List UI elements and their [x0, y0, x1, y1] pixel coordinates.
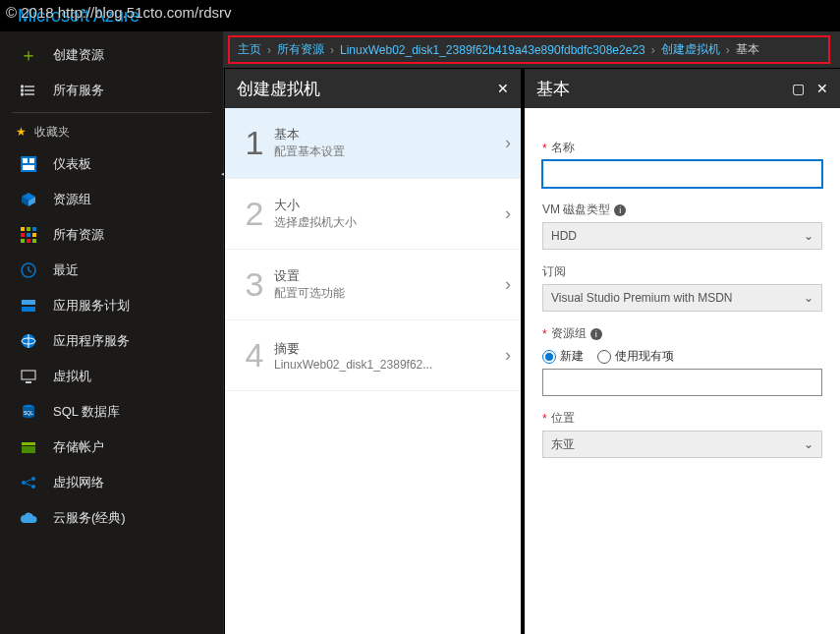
select-value: HDD	[551, 229, 577, 243]
sidebar-item-vnet[interactable]: 虚拟网络	[0, 465, 223, 500]
svg-text:SQL: SQL	[24, 410, 33, 416]
list-icon	[20, 82, 37, 99]
chevron-down-icon: ⌄	[804, 291, 813, 305]
step-subtitle: 配置基本设置	[274, 144, 505, 160]
sidebar-label: 云服务(经典)	[53, 509, 126, 527]
breadcrumb-link[interactable]: 主页	[238, 41, 261, 58]
svg-rect-19	[21, 239, 25, 243]
breadcrumb-current: 基本	[736, 41, 759, 58]
breadcrumb-link[interactable]: 所有资源	[277, 41, 324, 58]
sidebar-label: 所有资源	[53, 226, 104, 244]
svg-rect-31	[26, 381, 31, 383]
plus-icon: ＋	[20, 46, 37, 64]
resource-group-input[interactable]	[542, 369, 822, 396]
sidebar-item-cloud-classic[interactable]: 云服务(经典)	[0, 500, 223, 536]
sidebar-item-sql[interactable]: SQL SQL 数据库	[0, 394, 223, 430]
blade-basics: 基本 ▢ ✕ *名称 VM 磁盘类型i HDD ⌄ 订阅	[524, 69, 840, 634]
breadcrumb-link[interactable]: LinuxWeb02_disk1_2389f62b419a43e890fdbdf…	[340, 43, 645, 57]
step-title: 基本	[274, 126, 505, 144]
server-icon	[20, 297, 37, 315]
location-label: *位置	[542, 410, 822, 427]
favorites-label: 收藏夹	[34, 124, 70, 141]
step-number: 3	[235, 265, 274, 304]
close-icon[interactable]: ✕	[816, 81, 828, 96]
subscription-select[interactable]: Visual Studio Premium with MSDN ⌄	[542, 284, 822, 312]
chevron-right-icon: ›	[726, 43, 730, 57]
info-icon[interactable]: i	[614, 204, 626, 216]
radio-icon	[542, 350, 556, 364]
chevron-down-icon: ⌄	[804, 229, 813, 243]
sidebar-item-all-resources[interactable]: 所有资源	[0, 217, 223, 253]
subscription-label: 订阅	[542, 263, 822, 280]
radio-label: 使用现有项	[615, 348, 674, 365]
radio-label: 新建	[560, 348, 584, 365]
basics-form: *名称 VM 磁盘类型i HDD ⌄ 订阅 Visual Studio Prem…	[525, 108, 840, 476]
sidebar-item-app-services[interactable]: 应用程序服务	[0, 323, 223, 359]
sidebar-divider	[12, 112, 211, 113]
name-input[interactable]	[542, 160, 822, 188]
sidebar-label: 仪表板	[53, 155, 91, 173]
location-select[interactable]: 东亚 ⌄	[542, 431, 822, 458]
storage-icon	[20, 438, 37, 456]
radio-icon	[597, 350, 611, 364]
svg-rect-15	[32, 227, 36, 231]
svg-line-39	[24, 479, 33, 483]
sidebar-item-recent[interactable]: 最近	[0, 253, 223, 288]
svg-rect-25	[22, 300, 35, 305]
step-title: 设置	[274, 267, 505, 285]
breadcrumb: 主页 › 所有资源 › LinuxWeb02_disk1_2389f62b419…	[228, 35, 830, 64]
select-value: Visual Studio Premium with MSDN	[551, 291, 733, 305]
grid-icon	[20, 226, 37, 244]
network-icon	[20, 474, 37, 491]
step-title: 大小	[274, 197, 505, 214]
sidebar-label: 所有服务	[53, 82, 104, 99]
step-number: 4	[235, 336, 274, 375]
sidebar-item-resource-groups[interactable]: 资源组	[0, 182, 223, 217]
svg-rect-26	[22, 307, 35, 312]
sidebar-label: 创建资源	[53, 46, 104, 64]
step-number: 1	[235, 124, 274, 162]
sidebar-item-app-service-plan[interactable]: 应用服务计划	[0, 288, 223, 323]
close-icon[interactable]: ✕	[497, 81, 509, 96]
select-value: 东亚	[551, 436, 575, 453]
wizard-step-summary[interactable]: 4 摘要 LinuxWeb02_disk1_2389f62... ›	[225, 320, 521, 391]
rg-existing-radio[interactable]: 使用现有项	[597, 348, 674, 365]
sidebar-item-storage[interactable]: 存储帐户	[0, 430, 223, 465]
sidebar-create-resource[interactable]: ＋ 创建资源	[0, 37, 223, 73]
blade-title: 基本	[536, 78, 570, 100]
sidebar-label: 虚拟机	[53, 368, 91, 385]
svg-point-5	[22, 93, 24, 95]
sidebar-item-vm[interactable]: 虚拟机	[0, 359, 223, 394]
maximize-icon[interactable]: ▢	[792, 81, 805, 96]
step-subtitle: 配置可选功能	[274, 285, 505, 302]
breadcrumb-link[interactable]: 创建虚拟机	[661, 41, 720, 58]
globe-icon	[20, 332, 37, 350]
sidebar-label: 最近	[53, 261, 79, 279]
svg-rect-14	[27, 227, 30, 231]
svg-point-3	[22, 86, 24, 87]
blade-create-vm: 创建虚拟机 ✕ 1 基本 配置基本设置 › 2	[224, 69, 521, 634]
step-title: 摘要	[274, 340, 505, 358]
sidebar-label: 虚拟网络	[53, 474, 104, 491]
chevron-right-icon: ›	[505, 274, 511, 295]
rg-new-radio[interactable]: 新建	[542, 348, 584, 365]
info-icon[interactable]: i	[590, 328, 602, 340]
name-label: *名称	[542, 140, 822, 156]
main: ＋ 创建资源 所有服务 ★ 收藏夹 仪表板 资源组 所有资源 最近	[0, 31, 840, 634]
wizard-step-basics[interactable]: 1 基本 配置基本设置 ›	[225, 108, 521, 179]
chevron-right-icon: ›	[505, 203, 511, 224]
step-subtitle: LinuxWeb02_disk1_2389f62...	[274, 358, 505, 372]
svg-line-24	[28, 270, 31, 272]
svg-rect-8	[29, 158, 34, 163]
sidebar-all-services[interactable]: 所有服务	[0, 73, 223, 108]
chevron-right-icon: ›	[505, 345, 511, 366]
svg-rect-7	[23, 158, 28, 163]
step-number: 2	[235, 195, 274, 233]
content: 主页 › 所有资源 › LinuxWeb02_disk1_2389f62b419…	[224, 31, 840, 634]
wizard-step-settings[interactable]: 3 设置 配置可选功能 ›	[225, 250, 521, 320]
svg-rect-35	[22, 446, 35, 453]
disk-type-select[interactable]: HDD ⌄	[542, 222, 822, 250]
svg-rect-9	[23, 165, 34, 170]
sidebar-item-dashboard[interactable]: 仪表板	[0, 146, 223, 182]
wizard-step-size[interactable]: 2 大小 选择虚拟机大小 ›	[225, 179, 521, 250]
